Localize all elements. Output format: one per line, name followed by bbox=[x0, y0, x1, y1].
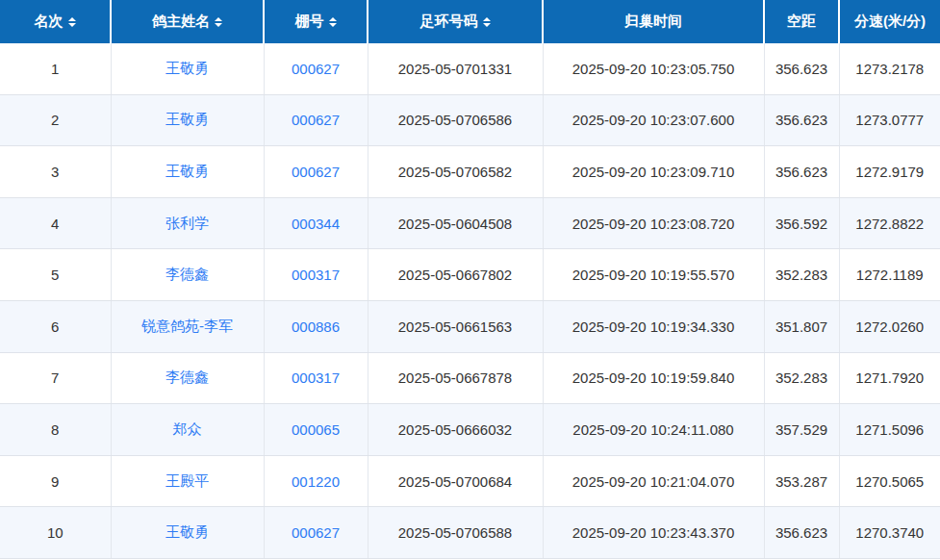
loft-cell: 000627 bbox=[264, 43, 368, 94]
distance-value: 357.529 bbox=[775, 421, 827, 438]
results-table: 名次 鸽主姓名 棚号 足环号码 归巢时间 空距 分速(米/分) 1 王敬勇 bbox=[0, 0, 940, 559]
ring-value: 2025-05-0667802 bbox=[398, 267, 512, 283]
time-value: 2025-09-20 10:23:08.720 bbox=[572, 216, 734, 232]
rank-value: 2 bbox=[51, 112, 59, 128]
rank-cell: 4 bbox=[0, 197, 111, 249]
time-cell: 2025-09-20 10:23:09.710 bbox=[543, 146, 764, 198]
rank-cell: 1 bbox=[0, 43, 111, 94]
time-value: 2025-09-20 10:19:34.330 bbox=[572, 318, 734, 335]
loft-link[interactable]: 001220 bbox=[292, 473, 340, 490]
table-row: 9 王殿平 001220 2025-05-0700684 2025-09-20 … bbox=[0, 455, 940, 507]
column-header-distance: 空距 bbox=[764, 0, 839, 43]
distance-value: 352.283 bbox=[775, 369, 827, 386]
loft-cell: 000886 bbox=[264, 300, 368, 352]
rank-cell: 3 bbox=[0, 146, 111, 198]
rank-value: 1 bbox=[51, 61, 59, 77]
ring-cell: 2025-05-0701331 bbox=[368, 43, 543, 94]
loft-cell: 000627 bbox=[264, 146, 368, 198]
owner-cell: 郑众 bbox=[111, 404, 264, 456]
distance-cell: 352.283 bbox=[764, 249, 839, 301]
time-value: 2025-09-20 10:23:05.750 bbox=[572, 61, 734, 77]
distance-value: 356.623 bbox=[775, 61, 827, 77]
ring-value: 2025-05-0666032 bbox=[398, 421, 512, 438]
speed-value: 1271.7920 bbox=[855, 369, 924, 386]
ring-cell: 2025-05-0666032 bbox=[368, 404, 543, 456]
owner-cell: 锐意鸽苑-李军 bbox=[111, 300, 264, 352]
owner-link[interactable]: 王敬勇 bbox=[165, 111, 209, 127]
loft-link[interactable]: 000317 bbox=[292, 369, 340, 386]
speed-cell: 1270.5065 bbox=[839, 455, 940, 507]
ring-value: 2025-05-0661563 bbox=[398, 318, 512, 335]
table-row: 8 郑众 000065 2025-05-0666032 2025-09-20 1… bbox=[0, 404, 940, 456]
loft-link[interactable]: 000627 bbox=[292, 524, 340, 541]
owner-cell: 王敬勇 bbox=[111, 507, 264, 559]
loft-link[interactable]: 000627 bbox=[292, 61, 340, 77]
speed-cell: 1273.2178 bbox=[839, 43, 940, 94]
owner-link[interactable]: 王殿平 bbox=[165, 472, 209, 489]
speed-value: 1270.3740 bbox=[855, 524, 924, 541]
speed-value: 1272.1189 bbox=[856, 267, 924, 283]
rank-value: 8 bbox=[51, 421, 59, 438]
loft-cell: 000065 bbox=[264, 404, 368, 456]
column-header-loft[interactable]: 棚号 bbox=[264, 0, 368, 43]
ring-cell: 2025-05-0706586 bbox=[368, 94, 543, 146]
loft-link[interactable]: 000317 bbox=[292, 267, 340, 283]
ring-cell: 2025-05-0604508 bbox=[368, 197, 543, 249]
column-header-speed: 分速(米/分) bbox=[839, 0, 940, 43]
owner-cell: 王敬勇 bbox=[111, 94, 264, 146]
speed-cell: 1273.0777 bbox=[839, 94, 940, 146]
column-header-owner[interactable]: 鸽主姓名 bbox=[111, 0, 264, 43]
distance-cell: 353.287 bbox=[764, 455, 839, 507]
column-label: 分速(米/分) bbox=[854, 13, 926, 29]
table-row: 6 锐意鸽苑-李军 000886 2025-05-0661563 2025-09… bbox=[0, 300, 940, 352]
distance-value: 352.283 bbox=[775, 267, 827, 283]
owner-link[interactable]: 郑众 bbox=[173, 420, 202, 437]
time-cell: 2025-09-20 10:23:43.370 bbox=[543, 507, 764, 559]
owner-link[interactable]: 李德鑫 bbox=[165, 369, 209, 385]
time-cell: 2025-09-20 10:23:07.600 bbox=[543, 94, 764, 146]
distance-cell: 356.623 bbox=[764, 146, 839, 198]
distance-value: 351.807 bbox=[775, 318, 827, 335]
owner-link[interactable]: 锐意鸽苑-李军 bbox=[141, 318, 233, 334]
column-label: 归巢时间 bbox=[624, 13, 682, 29]
owner-link[interactable]: 王敬勇 bbox=[165, 60, 209, 76]
loft-cell: 000344 bbox=[264, 197, 368, 249]
loft-link[interactable]: 000627 bbox=[292, 164, 340, 180]
speed-cell: 1271.7920 bbox=[839, 352, 940, 404]
distance-cell: 356.592 bbox=[764, 197, 839, 249]
loft-link[interactable]: 000886 bbox=[292, 318, 340, 335]
loft-cell: 000317 bbox=[264, 352, 368, 404]
owner-link[interactable]: 王敬勇 bbox=[165, 163, 209, 179]
sort-icon bbox=[329, 17, 337, 27]
loft-link[interactable]: 000627 bbox=[292, 112, 340, 128]
speed-value: 1272.8822 bbox=[855, 216, 924, 232]
column-label: 鸽主姓名 bbox=[152, 13, 210, 29]
distance-cell: 357.529 bbox=[764, 404, 839, 456]
rank-cell: 7 bbox=[0, 352, 111, 404]
loft-link[interactable]: 000344 bbox=[292, 216, 340, 232]
owner-link[interactable]: 李德鑫 bbox=[165, 266, 209, 282]
rank-cell: 8 bbox=[0, 404, 111, 456]
ring-cell: 2025-05-0667878 bbox=[368, 352, 543, 404]
column-header-ring[interactable]: 足环号码 bbox=[368, 0, 543, 43]
owner-cell: 王敬勇 bbox=[111, 43, 264, 94]
speed-cell: 1272.9179 bbox=[839, 146, 940, 198]
sort-icon bbox=[215, 17, 222, 27]
speed-value: 1270.5065 bbox=[855, 473, 924, 490]
time-value: 2025-09-20 10:23:43.370 bbox=[572, 524, 734, 541]
time-value: 2025-09-20 10:23:09.710 bbox=[572, 164, 734, 180]
table-row: 1 王敬勇 000627 2025-05-0701331 2025-09-20 … bbox=[0, 43, 940, 94]
sort-icon bbox=[68, 17, 76, 27]
distance-value: 356.623 bbox=[775, 524, 827, 541]
loft-link[interactable]: 000065 bbox=[292, 421, 340, 438]
column-label: 名次 bbox=[35, 13, 64, 29]
rank-value: 6 bbox=[51, 318, 59, 335]
table-row: 4 张利学 000344 2025-05-0604508 2025-09-20 … bbox=[0, 197, 940, 249]
owner-link[interactable]: 张利学 bbox=[165, 215, 209, 231]
owner-link[interactable]: 王敬勇 bbox=[165, 523, 209, 540]
column-header-rank[interactable]: 名次 bbox=[0, 0, 111, 43]
column-label: 足环号码 bbox=[420, 13, 478, 29]
distance-cell: 356.623 bbox=[764, 94, 839, 146]
rank-value: 5 bbox=[51, 267, 59, 283]
rank-value: 7 bbox=[51, 369, 59, 386]
